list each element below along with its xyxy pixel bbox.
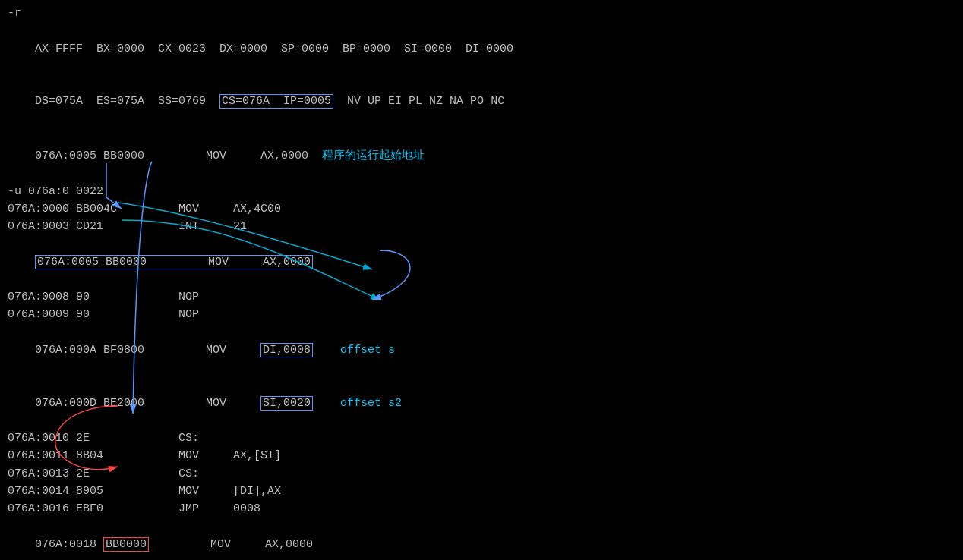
text-l0: -r bbox=[8, 7, 21, 20]
si-0020-box: SI,0020 bbox=[260, 396, 313, 411]
asm-0009: 076A:0009 90 NOP bbox=[8, 308, 199, 321]
asm-0016: 076A:0016 EBF0 JMP 0008 bbox=[8, 502, 260, 515]
annotation-offset-s: offset s bbox=[327, 344, 395, 357]
line-6: 076A:0003 CD21 INT 21 bbox=[8, 218, 955, 235]
asm-0005-box: 076A:0005 BB0000 MOV AX,0000 bbox=[35, 255, 313, 269]
line-7: 076A:0005 BB0000 MOV AX,0000 bbox=[8, 235, 955, 288]
terminal-screen: -r AX=FFFF BX=0000 CX=0023 DX=0000 SP=00… bbox=[0, 0, 963, 560]
asm-0018-rest: MOV AX,0000 bbox=[149, 538, 313, 551]
asm-line-3: 076A:0005 BB0000 MOV AX,0000 bbox=[35, 149, 322, 162]
line-5: 076A:0000 BB004C MOV AX,4C00 bbox=[8, 200, 955, 218]
line-0: -r bbox=[8, 5, 955, 22]
line-14: 076A:0013 2E CS: bbox=[8, 465, 955, 483]
line-1: AX=FFFF BX=0000 CX=0023 DX=0000 SP=0000 … bbox=[8, 22, 955, 75]
asm-000d-space bbox=[313, 397, 327, 410]
asm-0018-addr: 076A:0018 bbox=[35, 538, 103, 551]
cmd-u: -u 076a:0 0022 bbox=[8, 185, 103, 198]
line-12: 076A:0010 2E CS: bbox=[8, 429, 955, 447]
asm-0008: 076A:0008 90 NOP bbox=[8, 291, 199, 304]
asm-000d-prefix: 076A:000D BE2000 MOV bbox=[35, 397, 260, 410]
asm-0003: 076A:0003 CD21 INT 21 bbox=[8, 220, 247, 233]
cs-ip-box: CS=076A IP=0005 bbox=[219, 94, 333, 109]
asm-0013: 076A:0013 2E CS: bbox=[8, 467, 199, 480]
line-9: 076A:0009 90 NOP bbox=[8, 306, 955, 323]
asm-000a-space bbox=[313, 344, 327, 357]
reg-ds: DS=075A ES=075A SS=0769 bbox=[35, 95, 219, 108]
line-8: 076A:0008 90 NOP bbox=[8, 288, 955, 306]
annotation-start-addr: 程序的运行起始地址 bbox=[322, 148, 425, 161]
line-4: -u 076a:0 0022 bbox=[8, 183, 955, 200]
line-13: 076A:0011 8B04 MOV AX,[SI] bbox=[8, 447, 955, 464]
line-17: 076A:0018 BB0000 MOV AX,0000 bbox=[8, 518, 955, 560]
asm-0000: 076A:0000 BB004C MOV AX,4C00 bbox=[8, 203, 281, 216]
bb0000-red-box: BB0000 bbox=[103, 537, 149, 552]
reg-ax: AX=FFFF BX=0000 CX=0023 DX=0000 SP=0000 … bbox=[35, 42, 513, 55]
line-11: 076A:000D BE2000 MOV SI,0020 offset s2 bbox=[8, 376, 955, 429]
line-16: 076A:0016 EBF0 JMP 0008 bbox=[8, 500, 955, 518]
asm-000a-prefix: 076A:000A BF0800 MOV bbox=[35, 344, 260, 357]
line-3: 076A:0005 BB0000 MOV AX,0000 程序的运行起始地址 bbox=[8, 128, 955, 183]
flags: NV UP EI PL NZ NA PO NC bbox=[333, 95, 504, 108]
line-10: 076A:000A BF0800 MOV DI,0008 offset s bbox=[8, 324, 955, 377]
annotation-offset-s2: offset s2 bbox=[327, 397, 402, 410]
asm-0011: 076A:0011 8B04 MOV AX,[SI] bbox=[8, 449, 281, 462]
line-2: DS=075A ES=075A SS=0769 CS=076A IP=0005 … bbox=[8, 75, 955, 128]
di-0008-box: DI,0008 bbox=[260, 343, 313, 357]
asm-0010: 076A:0010 2E CS: bbox=[8, 432, 199, 445]
line-15: 076A:0014 8905 MOV [DI],AX bbox=[8, 483, 955, 500]
asm-0014: 076A:0014 8905 MOV [DI],AX bbox=[8, 485, 281, 498]
